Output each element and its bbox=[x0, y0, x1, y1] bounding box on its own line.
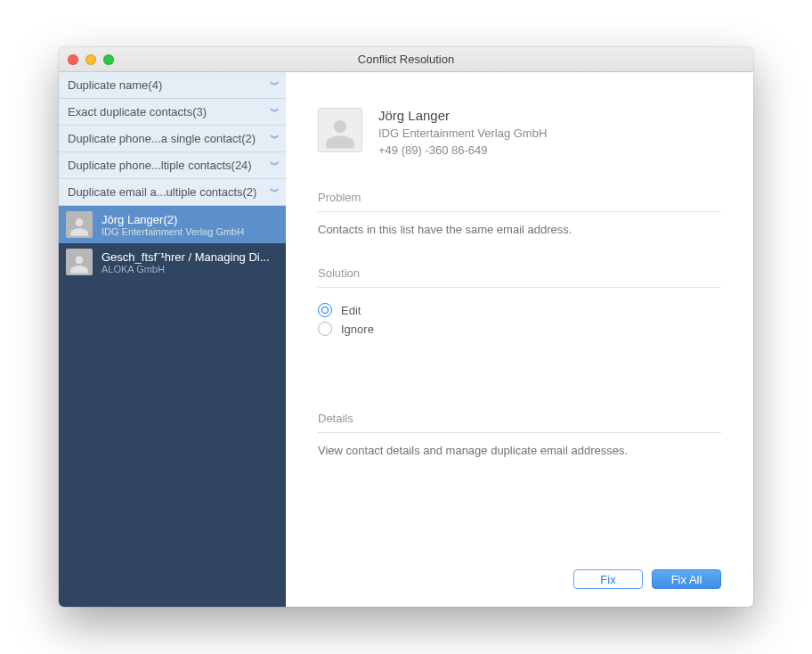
radio-label: Ignore bbox=[341, 323, 374, 336]
chevron-down-icon: ︾ bbox=[270, 185, 277, 199]
fix-all-button[interactable]: Fix All bbox=[652, 569, 721, 589]
category-duplicate-phone-single[interactable]: Duplicate phone...a single contact(2) ︾ bbox=[59, 126, 286, 152]
solution-options: Edit Ignore bbox=[318, 298, 721, 340]
chevron-down-icon: ︾ bbox=[270, 78, 277, 92]
solution-ignore[interactable]: Ignore bbox=[318, 322, 721, 336]
contact-name: Jörg Langer(2) bbox=[102, 213, 244, 226]
details-text: View contact details and manage duplicat… bbox=[318, 444, 721, 457]
contact-text: Jörg Langer(2) IDG Entertainment Verlag … bbox=[102, 213, 244, 237]
sidebar: Duplicate name(4) ︾ Exact duplicate cont… bbox=[59, 72, 286, 607]
category-label: Duplicate name(4) bbox=[68, 78, 162, 92]
detail-phone: +49 (89) -360 86-649 bbox=[378, 143, 547, 157]
body: Duplicate name(4) ︾ Exact duplicate cont… bbox=[59, 72, 753, 607]
category-duplicate-email-multiple[interactable]: Duplicate email a...ultiple contacts(2) … bbox=[59, 179, 286, 206]
window-title: Conflict Resolution bbox=[59, 53, 753, 66]
footer: Fix Fix All bbox=[318, 560, 721, 589]
detail-name: Jörg Langer bbox=[378, 108, 547, 123]
solution-label: Solution bbox=[318, 266, 721, 280]
fix-button[interactable]: Fix bbox=[573, 569, 643, 589]
category-label: Duplicate email a...ultiple contacts(2) bbox=[68, 185, 256, 199]
category-duplicate-phone-multiple[interactable]: Duplicate phone...ltiple contacts(24) ︾ bbox=[59, 152, 286, 179]
divider bbox=[318, 432, 721, 433]
category-label: Duplicate phone...a single contact(2) bbox=[68, 132, 256, 145]
problem-text: Contacts in this list have the same emai… bbox=[318, 223, 721, 236]
radio-label: Edit bbox=[341, 304, 361, 317]
details-label: Details bbox=[318, 412, 721, 425]
avatar-icon bbox=[66, 249, 93, 275]
chevron-down-icon: ︾ bbox=[270, 132, 277, 145]
category-label: Duplicate phone...ltiple contacts(24) bbox=[68, 159, 252, 172]
category-label: Exact duplicate contacts(3) bbox=[68, 105, 207, 119]
contact-sub: ALOKA GmbH bbox=[102, 264, 270, 274]
chevron-down-icon: ︾ bbox=[270, 159, 277, 172]
avatar-icon bbox=[66, 211, 93, 238]
problem-label: Problem bbox=[318, 191, 721, 204]
solution-edit[interactable]: Edit bbox=[318, 303, 721, 317]
titlebar: Conflict Resolution bbox=[59, 47, 753, 72]
avatar-icon bbox=[318, 108, 362, 152]
contact-header: Jörg Langer IDG Entertainment Verlag Gmb… bbox=[318, 108, 721, 157]
chevron-down-icon: ︾ bbox=[270, 105, 277, 119]
radio-icon bbox=[318, 322, 332, 336]
category-duplicate-name[interactable]: Duplicate name(4) ︾ bbox=[59, 72, 286, 99]
sidebar-contact-item[interactable]: Gesch_ftsf¨¹hrer / Managing Di... ALOKA … bbox=[59, 243, 286, 281]
window: Conflict Resolution Duplicate name(4) ︾ … bbox=[59, 47, 753, 607]
divider bbox=[318, 211, 721, 212]
category-exact-duplicate[interactable]: Exact duplicate contacts(3) ︾ bbox=[59, 99, 286, 126]
sidebar-contact-item[interactable]: Jörg Langer(2) IDG Entertainment Verlag … bbox=[59, 206, 286, 243]
contact-sub: IDG Entertainment Verlag GmbH bbox=[102, 226, 244, 237]
main-panel: Jörg Langer IDG Entertainment Verlag Gmb… bbox=[286, 72, 753, 607]
contact-text: Gesch_ftsf¨¹hrer / Managing Di... ALOKA … bbox=[102, 250, 270, 274]
contact-info: Jörg Langer IDG Entertainment Verlag Gmb… bbox=[378, 108, 547, 157]
radio-icon bbox=[318, 303, 332, 317]
divider bbox=[318, 287, 721, 288]
contact-name: Gesch_ftsf¨¹hrer / Managing Di... bbox=[102, 250, 270, 264]
detail-company: IDG Entertainment Verlag GmbH bbox=[378, 127, 547, 140]
